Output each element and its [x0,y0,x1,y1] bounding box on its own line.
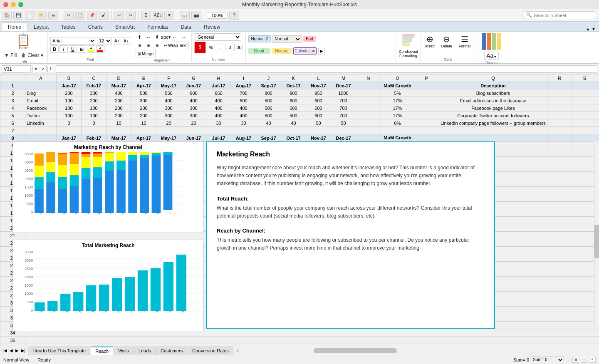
cell-R1[interactable] [547,82,572,89]
cell-G2[interactable]: 600 [181,89,206,97]
cell-E2[interactable]: 500 [131,89,156,97]
copy-icon[interactable]: 📋 [75,11,85,20]
cell-R8[interactable] [547,134,572,142]
col-header-T[interactable]: T [597,74,599,82]
cell-G3[interactable]: 400 [181,97,206,104]
col-header-C[interactable]: C [82,74,106,82]
cell-M2[interactable]: 1000 [331,89,356,97]
cell-G6[interactable]: 20 [181,119,206,127]
cell-E4[interactable]: 200 [131,104,156,112]
cell-O5[interactable]: 17% [381,112,414,119]
sum-icon[interactable]: Σ [141,11,151,20]
sum-dropdown[interactable]: Sum= 0 [531,357,564,363]
cell-Q3[interactable]: Email addresses in the database [439,97,547,104]
chevron-down-icon[interactable]: ▼ [592,27,596,31]
page-break-button[interactable]: ≡ [589,357,596,363]
cell-B2[interactable]: 200 [57,89,82,97]
cell-J1[interactable]: Sep-17 [256,82,281,89]
cell-M5[interactable]: 700 [331,112,356,119]
col-header-Q[interactable]: Q [439,74,547,82]
first-sheet-button[interactable]: |◀ [2,348,8,353]
cell-A3[interactable]: Email [25,97,57,104]
cell-T8[interactable] [597,134,599,142]
cell-K2[interactable]: 900 [281,89,306,97]
decrease-font-button[interactable]: A↓ [122,37,130,45]
cell-P8[interactable] [414,134,439,142]
cell-C6[interactable]: 0 [82,119,106,127]
calculation-style[interactable]: Calculation [293,47,316,54]
cell-D5[interactable]: 200 [106,112,131,119]
cell-Q4[interactable]: Facebook page Likes [439,104,547,112]
sheet-tab-conversion-rates[interactable]: Conversion Rates [188,347,233,355]
cell-D7[interactable] [106,127,131,134]
formula-input[interactable] [56,65,597,73]
cell-H5[interactable]: 400 [206,112,231,119]
camera-icon[interactable]: 📷 [191,11,201,20]
cell-B4[interactable]: 100 [57,104,82,112]
cell-I2[interactable]: 700 [231,89,256,97]
paste-icon[interactable]: 📌 [87,11,97,20]
cell-H3[interactable]: 400 [206,97,231,104]
cell-S9[interactable] [572,142,597,149]
clear-button[interactable]: 🗑 Clear ▾ [20,52,45,59]
cell-I7[interactable] [231,127,256,134]
normal-view-button[interactable]: ⊞ [572,357,579,363]
cell-F5[interactable]: 300 [156,112,181,119]
minimize-button[interactable] [11,2,16,7]
cell-C7[interactable] [82,127,106,134]
cell-R4[interactable] [547,104,572,112]
tab-charts[interactable]: Charts [82,22,109,31]
cell-E5[interactable]: 200 [131,112,156,119]
border-button[interactable]: ⊞ [78,45,86,53]
cell-O1[interactable]: MoM Growth [381,82,414,89]
cell-P1[interactable] [414,82,439,89]
home-icon[interactable]: 🏠 [2,11,12,20]
cancel-formula-button[interactable]: ✕ [32,66,39,72]
tab-layout[interactable]: Layout [27,22,55,31]
cell-R5[interactable] [547,112,572,119]
conditional-formatting-icon[interactable] [402,33,415,49]
cell-P7[interactable] [414,127,439,134]
cell-M7[interactable] [331,127,356,134]
cell-J7[interactable] [256,127,281,134]
tab-home[interactable]: Home [2,22,27,31]
cell-B6[interactable]: 0 [57,119,82,127]
cell-E1[interactable]: Apr-17 [131,82,156,89]
cell-J3[interactable]: 500 [256,97,281,104]
horizontal-scrollbar[interactable] [314,348,597,353]
fill-color-button[interactable]: A [87,45,95,53]
cell-E8[interactable]: Apr-17 [131,134,156,142]
normal-style-select[interactable]: Normal [272,35,302,43]
cell-F6[interactable]: 20 [156,119,181,127]
align-left-button[interactable]: ≡ [136,42,144,49]
number-format-select[interactable]: General [196,33,241,41]
cell-I3[interactable]: 500 [231,97,256,104]
cell-N1[interactable] [356,82,381,89]
cell-T1[interactable] [597,82,599,89]
cell-T6[interactable] [597,119,599,127]
cell-N3[interactable] [356,97,381,104]
cell-F7[interactable] [156,127,181,134]
cell-S4[interactable] [572,104,597,112]
neutral-style[interactable]: Neutral [272,48,292,54]
cell-A7[interactable] [25,127,57,134]
col-header-A[interactable]: A [25,74,57,82]
cell-I6[interactable]: 30 [231,119,256,127]
sheet-tab-reach[interactable]: Reach [91,347,113,355]
col-header-P[interactable]: P [414,74,439,82]
cell-S5[interactable] [572,112,597,119]
currency-button[interactable]: $ [194,42,206,53]
cell-A4[interactable]: Facebook [25,104,57,112]
function-button[interactable]: f [47,66,54,72]
cell-O4[interactable]: 17% [381,104,414,112]
cell-K4[interactable]: 500 [281,104,306,112]
cell-F2[interactable]: 550 [156,89,181,97]
cell-A6[interactable]: LinkedIn [25,119,57,127]
cell-H1[interactable]: Jul-17 [206,82,231,89]
indent-decrease-button[interactable]: ← [171,33,179,41]
format-painter-icon[interactable]: 🖌 [99,11,109,20]
text-direction-button[interactable]: abc▾ [162,33,170,41]
cell-T3[interactable] [597,97,599,104]
tab-tables[interactable]: Tables [55,22,82,31]
sheet-tab-visits[interactable]: Visits [114,347,134,355]
